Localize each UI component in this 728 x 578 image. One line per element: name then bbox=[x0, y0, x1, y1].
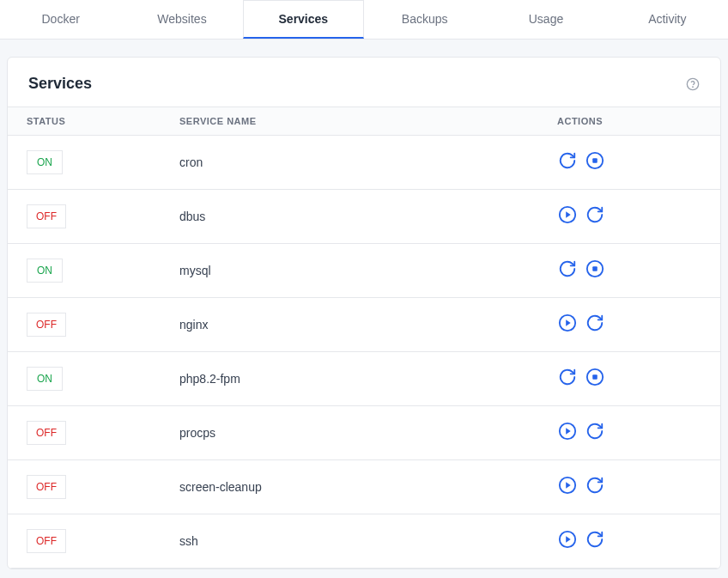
tab-services[interactable]: Services bbox=[243, 0, 364, 39]
service-row: OFFdbus bbox=[8, 190, 720, 244]
actions-cell bbox=[557, 368, 720, 389]
svg-rect-9 bbox=[592, 374, 598, 380]
start-button[interactable] bbox=[557, 423, 578, 443]
tab-label: Docker bbox=[41, 12, 79, 26]
restart-button[interactable] bbox=[585, 206, 605, 227]
svg-rect-6 bbox=[592, 266, 598, 271]
service-row: OFFssh bbox=[8, 514, 720, 569]
status-cell: ON bbox=[8, 259, 171, 283]
service-name: dbus bbox=[171, 210, 557, 223]
panel-header: Services bbox=[8, 58, 720, 106]
status-badge: OFF bbox=[27, 529, 66, 553]
tab-label: Services bbox=[279, 12, 329, 26]
service-row: ONcron bbox=[8, 136, 720, 190]
service-row: OFFprocps bbox=[8, 406, 720, 460]
restart-icon bbox=[585, 476, 604, 498]
status-badge: OFF bbox=[27, 313, 66, 337]
service-name: nginx bbox=[171, 318, 557, 332]
actions-cell bbox=[557, 152, 720, 173]
svg-rect-3 bbox=[592, 158, 598, 163]
status-badge: OFF bbox=[27, 475, 66, 499]
restart-icon bbox=[558, 368, 577, 390]
status-cell: ON bbox=[8, 150, 171, 174]
stop-icon bbox=[585, 151, 604, 173]
stop-icon bbox=[585, 368, 604, 390]
start-button[interactable] bbox=[557, 477, 578, 497]
panel-title: Services bbox=[28, 75, 92, 93]
start-button[interactable] bbox=[557, 206, 578, 227]
restart-button[interactable] bbox=[585, 531, 605, 551]
status-cell: OFF bbox=[8, 421, 171, 445]
status-badge: ON bbox=[27, 367, 63, 391]
tab-label: Usage bbox=[529, 12, 563, 26]
restart-icon bbox=[585, 205, 604, 228]
service-name: screen-cleanup bbox=[171, 480, 557, 494]
svg-point-1 bbox=[693, 87, 694, 88]
service-name: ssh bbox=[171, 534, 557, 548]
help-icon[interactable] bbox=[686, 77, 700, 91]
tab-usage[interactable]: Usage bbox=[485, 0, 606, 39]
restart-icon bbox=[585, 422, 604, 444]
status-cell: OFF bbox=[8, 313, 171, 337]
tab-docker[interactable]: Docker bbox=[0, 0, 121, 39]
service-name: mysql bbox=[171, 264, 557, 277]
restart-icon bbox=[585, 313, 604, 336]
service-row: OFFscreen-cleanup bbox=[8, 460, 720, 514]
play-icon bbox=[558, 422, 577, 444]
column-header-status: STATUS bbox=[8, 116, 171, 126]
actions-cell bbox=[557, 423, 720, 443]
status-cell: OFF bbox=[8, 475, 171, 499]
restart-button[interactable] bbox=[585, 314, 605, 335]
status-badge: ON bbox=[27, 150, 63, 174]
column-header-name: SERVICE NAME bbox=[171, 116, 557, 126]
stop-icon bbox=[585, 259, 604, 282]
restart-button[interactable] bbox=[557, 368, 578, 389]
service-name: procps bbox=[171, 426, 557, 440]
tab-label: Backups bbox=[402, 12, 448, 26]
stop-button[interactable] bbox=[585, 260, 605, 281]
start-button[interactable] bbox=[557, 531, 578, 551]
restart-button[interactable] bbox=[557, 152, 578, 173]
restart-icon bbox=[585, 530, 604, 552]
service-row: ONmysql bbox=[8, 244, 720, 298]
status-badge: OFF bbox=[27, 421, 66, 445]
status-cell: OFF bbox=[8, 529, 171, 553]
play-icon bbox=[558, 313, 577, 336]
status-badge: ON bbox=[27, 259, 63, 283]
actions-cell bbox=[557, 477, 720, 497]
restart-button[interactable] bbox=[585, 477, 605, 497]
tab-backups[interactable]: Backups bbox=[364, 0, 485, 39]
restart-button[interactable] bbox=[585, 423, 605, 443]
play-icon bbox=[558, 476, 577, 498]
tab-websites[interactable]: Websites bbox=[121, 0, 242, 39]
play-icon bbox=[558, 530, 577, 552]
table-header: STATUS SERVICE NAME ACTIONS bbox=[8, 106, 720, 136]
services-panel: Services STATUS SERVICE NAME ACTIONS ONc… bbox=[7, 57, 721, 569]
status-cell: OFF bbox=[8, 204, 171, 228]
stop-button[interactable] bbox=[585, 152, 605, 173]
start-button[interactable] bbox=[557, 314, 578, 335]
status-badge: OFF bbox=[27, 204, 66, 228]
actions-cell bbox=[557, 206, 720, 227]
service-name: cron bbox=[171, 155, 557, 169]
actions-cell bbox=[557, 314, 720, 335]
service-row: ONphp8.2-fpm bbox=[8, 352, 720, 406]
column-header-actions: ACTIONS bbox=[557, 116, 720, 126]
restart-icon bbox=[558, 151, 577, 173]
service-row: OFFnginx bbox=[8, 298, 720, 352]
restart-button[interactable] bbox=[557, 260, 578, 281]
play-icon bbox=[558, 205, 577, 228]
status-cell: ON bbox=[8, 367, 171, 391]
tabs-nav: DockerWebsitesServicesBackupsUsageActivi… bbox=[0, 0, 728, 40]
actions-cell bbox=[557, 260, 720, 281]
tab-label: Websites bbox=[157, 12, 206, 26]
restart-icon bbox=[558, 259, 577, 282]
actions-cell bbox=[557, 531, 720, 551]
tab-activity[interactable]: Activity bbox=[607, 0, 728, 39]
service-name: php8.2-fpm bbox=[171, 372, 557, 386]
stop-button[interactable] bbox=[585, 368, 605, 389]
tab-label: Activity bbox=[648, 12, 686, 26]
